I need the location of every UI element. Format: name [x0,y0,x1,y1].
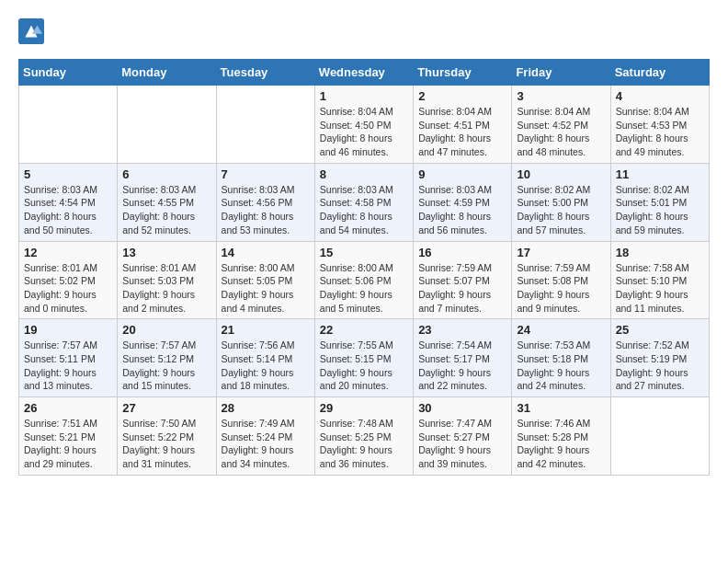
calendar-cell: 19Sunrise: 7:57 AMSunset: 5:11 PMDayligh… [19,319,118,397]
calendar-cell [610,397,709,476]
day-info: Sunrise: 7:57 AMSunset: 5:11 PMDaylight:… [24,339,112,393]
calendar-cell: 22Sunrise: 7:55 AMSunset: 5:15 PMDayligh… [314,319,413,397]
calendar-cell: 1Sunrise: 8:04 AMSunset: 4:50 PMDaylight… [314,86,413,164]
day-number: 7 [222,167,310,181]
calendar-cell: 6Sunrise: 8:03 AMSunset: 4:55 PMDaylight… [118,163,216,241]
day-info: Sunrise: 8:03 AMSunset: 4:55 PMDaylight:… [122,183,210,237]
calendar-week-row: 26Sunrise: 7:51 AMSunset: 5:21 PMDayligh… [19,397,710,476]
day-info: Sunrise: 8:02 AMSunset: 5:01 PMDaylight:… [616,183,704,237]
day-number: 21 [222,323,310,337]
day-number: 12 [24,246,112,259]
day-number: 6 [122,167,210,181]
day-number: 14 [222,246,310,259]
day-number: 24 [517,323,605,337]
calendar-cell: 27Sunrise: 7:50 AMSunset: 5:22 PMDayligh… [118,397,216,476]
day-info: Sunrise: 7:50 AMSunset: 5:22 PMDaylight:… [122,417,210,471]
calendar-cell: 16Sunrise: 7:59 AMSunset: 5:07 PMDayligh… [414,241,512,319]
calendar-week-row: 1Sunrise: 8:04 AMSunset: 4:50 PMDaylight… [19,86,710,164]
day-number: 22 [320,323,408,337]
calendar-cell: 4Sunrise: 8:04 AMSunset: 4:53 PMDaylight… [610,86,709,164]
calendar-cell: 28Sunrise: 7:49 AMSunset: 5:24 PMDayligh… [216,397,314,476]
calendar-table: SundayMondayTuesdayWednesdayThursdayFrid… [18,59,710,476]
weekday-header: Friday [512,60,610,86]
calendar-cell: 13Sunrise: 8:01 AMSunset: 5:03 PMDayligh… [118,241,216,319]
day-number: 30 [418,401,506,415]
day-number: 29 [320,401,408,415]
day-info: Sunrise: 7:47 AMSunset: 5:27 PMDaylight:… [418,417,506,471]
weekday-header: Monday [118,60,216,86]
day-info: Sunrise: 8:01 AMSunset: 5:03 PMDaylight:… [122,261,210,316]
day-info: Sunrise: 7:54 AMSunset: 5:17 PMDaylight:… [418,339,506,393]
calendar-cell: 12Sunrise: 8:01 AMSunset: 5:02 PMDayligh… [19,241,118,319]
day-number: 26 [24,401,112,415]
calendar-cell: 26Sunrise: 7:51 AMSunset: 5:21 PMDayligh… [19,397,118,476]
calendar-week-row: 19Sunrise: 7:57 AMSunset: 5:11 PMDayligh… [19,319,710,397]
day-info: Sunrise: 7:51 AMSunset: 5:21 PMDaylight:… [24,417,112,471]
weekday-header-row: SundayMondayTuesdayWednesdayThursdayFrid… [19,60,710,86]
calendar-cell: 17Sunrise: 7:59 AMSunset: 5:08 PMDayligh… [512,241,610,319]
calendar-cell: 9Sunrise: 8:03 AMSunset: 4:59 PMDaylight… [414,163,512,241]
day-number: 13 [122,246,210,259]
calendar-cell [216,86,314,164]
day-info: Sunrise: 8:00 AMSunset: 5:05 PMDaylight:… [222,261,310,316]
day-info: Sunrise: 8:04 AMSunset: 4:51 PMDaylight:… [418,105,506,159]
day-number: 11 [616,167,704,181]
day-info: Sunrise: 7:59 AMSunset: 5:08 PMDaylight:… [517,261,605,316]
calendar-cell: 10Sunrise: 8:02 AMSunset: 5:00 PMDayligh… [512,163,610,241]
calendar-cell: 3Sunrise: 8:04 AMSunset: 4:52 PMDaylight… [512,86,610,164]
calendar-cell: 30Sunrise: 7:47 AMSunset: 5:27 PMDayligh… [414,397,512,476]
day-info: Sunrise: 8:03 AMSunset: 4:54 PMDaylight:… [24,183,112,237]
day-info: Sunrise: 8:04 AMSunset: 4:52 PMDaylight:… [517,105,605,159]
day-info: Sunrise: 8:00 AMSunset: 5:06 PMDaylight:… [320,261,408,316]
day-number: 2 [418,89,506,103]
day-number: 19 [24,323,112,337]
day-info: Sunrise: 7:53 AMSunset: 5:18 PMDaylight:… [517,339,605,393]
calendar-cell: 24Sunrise: 7:53 AMSunset: 5:18 PMDayligh… [512,319,610,397]
day-number: 10 [517,167,605,181]
calendar-cell: 8Sunrise: 8:03 AMSunset: 4:58 PMDaylight… [314,163,413,241]
weekday-header: Saturday [610,60,709,86]
day-number: 27 [122,401,210,415]
day-info: Sunrise: 7:57 AMSunset: 5:12 PMDaylight:… [122,339,210,393]
weekday-header: Tuesday [216,60,314,86]
calendar-cell: 7Sunrise: 8:03 AMSunset: 4:56 PMDaylight… [216,163,314,241]
calendar-cell: 23Sunrise: 7:54 AMSunset: 5:17 PMDayligh… [414,319,512,397]
day-number: 25 [616,323,704,337]
day-info: Sunrise: 7:52 AMSunset: 5:19 PMDaylight:… [616,339,704,393]
calendar-cell: 15Sunrise: 8:00 AMSunset: 5:06 PMDayligh… [314,241,413,319]
calendar-cell: 20Sunrise: 7:57 AMSunset: 5:12 PMDayligh… [118,319,216,397]
day-number: 31 [517,401,605,415]
day-number: 16 [418,246,506,259]
day-number: 28 [222,401,310,415]
calendar-cell: 25Sunrise: 7:52 AMSunset: 5:19 PMDayligh… [610,319,709,397]
day-info: Sunrise: 7:46 AMSunset: 5:28 PMDaylight:… [517,417,605,471]
day-info: Sunrise: 8:01 AMSunset: 5:02 PMDaylight:… [24,261,112,316]
day-info: Sunrise: 8:03 AMSunset: 4:56 PMDaylight:… [222,183,310,237]
day-number: 1 [320,89,408,103]
day-info: Sunrise: 7:59 AMSunset: 5:07 PMDaylight:… [418,261,506,316]
calendar-cell: 29Sunrise: 7:48 AMSunset: 5:25 PMDayligh… [314,397,413,476]
logo [18,18,48,44]
day-info: Sunrise: 7:58 AMSunset: 5:10 PMDaylight:… [616,261,704,316]
day-number: 18 [616,246,704,259]
calendar-cell [19,86,118,164]
day-number: 5 [24,167,112,181]
page-header [18,18,710,44]
weekday-header: Wednesday [314,60,413,86]
day-number: 15 [320,246,408,259]
day-number: 17 [517,246,605,259]
calendar-cell: 31Sunrise: 7:46 AMSunset: 5:28 PMDayligh… [512,397,610,476]
day-info: Sunrise: 8:04 AMSunset: 4:53 PMDaylight:… [616,105,704,159]
day-number: 20 [122,323,210,337]
day-info: Sunrise: 8:03 AMSunset: 4:59 PMDaylight:… [418,183,506,237]
calendar-cell: 14Sunrise: 8:00 AMSunset: 5:05 PMDayligh… [216,241,314,319]
day-info: Sunrise: 7:48 AMSunset: 5:25 PMDaylight:… [320,417,408,471]
logo-icon [18,18,44,44]
calendar-cell: 21Sunrise: 7:56 AMSunset: 5:14 PMDayligh… [216,319,314,397]
day-info: Sunrise: 8:03 AMSunset: 4:58 PMDaylight:… [320,183,408,237]
day-number: 4 [616,89,704,103]
calendar-cell: 11Sunrise: 8:02 AMSunset: 5:01 PMDayligh… [610,163,709,241]
calendar-cell [118,86,216,164]
calendar-week-row: 5Sunrise: 8:03 AMSunset: 4:54 PMDaylight… [19,163,710,241]
day-number: 9 [418,167,506,181]
